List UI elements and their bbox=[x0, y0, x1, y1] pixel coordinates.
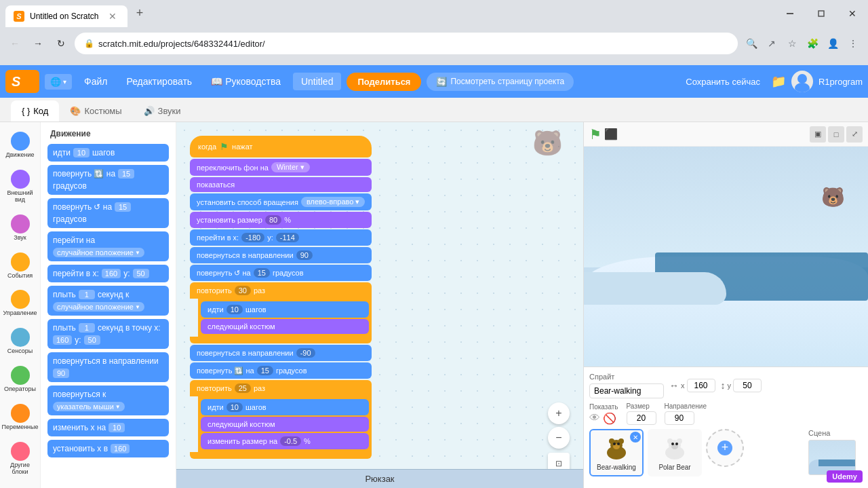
playback-controls: ⚑ ⬛ bbox=[589, 126, 618, 143]
block-glide-to-xy[interactable]: плыть 1 секунд в точку х: 160 у: 50 bbox=[47, 319, 169, 349]
svg-rect-1 bbox=[818, 11, 824, 16]
menu-file[interactable]: Файл bbox=[77, 72, 114, 91]
sprite-item-bear-walking[interactable]: ✕ bbox=[589, 429, 644, 476]
language-button[interactable]: 🌐▾ bbox=[45, 74, 72, 90]
backpack-bar[interactable]: Рюкзак bbox=[176, 469, 583, 488]
block-next-costume-inner1[interactable]: следующий костюм bbox=[201, 319, 369, 334]
show-eye-icon[interactable]: 👁 bbox=[589, 412, 600, 424]
profile-button[interactable]: 👤 bbox=[823, 34, 842, 53]
repeat-block-25[interactable]: повторить 25 раз идти 10 шагов следующий… bbox=[190, 380, 372, 459]
reload-button[interactable]: ↻ bbox=[52, 34, 71, 53]
block-point-direction[interactable]: повернуться в направлении 90 bbox=[47, 352, 169, 382]
block-move-10-inner2[interactable]: идти 10 шагов bbox=[201, 399, 369, 415]
svg-rect-0 bbox=[787, 13, 793, 14]
sprite-info-top: Спрайт ↔ x ↕ y bbox=[589, 373, 762, 398]
sprite-delete-button[interactable]: ✕ bbox=[630, 432, 641, 443]
block-turn-15-code[interactable]: повернуть ↺ на 15 градусов bbox=[190, 265, 372, 281]
block-set-size[interactable]: установить размер 80 % bbox=[190, 212, 372, 228]
save-now-button[interactable]: Сохранить сейчас bbox=[680, 74, 766, 90]
block-set-rotation[interactable]: установить способ вращения влево-вправо … bbox=[190, 193, 372, 210]
zoom-out-button[interactable]: − bbox=[548, 427, 570, 449]
tab-sounds[interactable]: 🔊 Звуки bbox=[133, 100, 192, 121]
folder-button[interactable]: 📁 bbox=[771, 74, 786, 89]
repeat-30-inner: идти 10 шагов следующий костюм bbox=[198, 299, 372, 337]
sprites-section: ✕ bbox=[589, 429, 803, 483]
user-avatar[interactable] bbox=[791, 71, 813, 92]
block-glide-to-random[interactable]: плыть 1 секунд к случайное положение bbox=[47, 286, 169, 316]
tab-close-button[interactable]: ✕ bbox=[106, 10, 119, 23]
block-goto-xy-code[interactable]: перейти в х: -180 у: -114 bbox=[190, 229, 372, 246]
share-page-button[interactable]: ↗ bbox=[762, 34, 781, 53]
category-sound[interactable]: Звук bbox=[1, 210, 39, 246]
address-bar[interactable]: 🔒 scratch.mit.edu/projects/648332441/edi… bbox=[75, 33, 738, 54]
back-button[interactable]: ← bbox=[5, 34, 24, 53]
x-coord-input[interactable] bbox=[687, 379, 715, 392]
block-turn-clockwise[interactable]: повернуть 🔃 на 15 градусов bbox=[47, 165, 169, 195]
block-next-costume-inner2[interactable]: следующий костюм bbox=[201, 417, 369, 432]
zoom-in-button[interactable]: + bbox=[548, 402, 570, 424]
category-events[interactable]: События bbox=[1, 248, 39, 284]
block-change-size[interactable]: изменить размер на -0.5 % bbox=[201, 433, 369, 449]
y-coord-input[interactable] bbox=[733, 379, 762, 392]
block-goto-xy[interactable]: перейти в х: 160 у: 50 bbox=[47, 265, 169, 282]
category-motion[interactable]: Движение bbox=[1, 128, 39, 163]
maximize-button[interactable] bbox=[806, 0, 837, 27]
block-point-towards[interactable]: повернуться к указатель мыши bbox=[47, 386, 169, 415]
small-stage-button[interactable]: ▣ bbox=[810, 126, 826, 143]
tab-code[interactable]: { } Код bbox=[11, 100, 59, 121]
sprite-item-polar-bear[interactable]: Polar Bear bbox=[648, 429, 702, 476]
block-turn-cw-15[interactable]: повернуть 🔃 на 15 градусов bbox=[190, 362, 372, 379]
url-text: scratch.mit.edu/projects/648332441/edito… bbox=[98, 39, 728, 49]
browser-tab[interactable]: S Untitled on Scratch ✕ bbox=[5, 5, 127, 27]
scratch-logo[interactable]: S bbox=[5, 70, 39, 93]
add-sprite-button[interactable]: + bbox=[706, 429, 744, 467]
category-looks[interactable]: Внешний вид bbox=[1, 166, 39, 208]
zoom-controls: + − ⊡ bbox=[548, 402, 570, 474]
block-show[interactable]: показаться bbox=[190, 177, 372, 192]
menu-edit[interactable]: Редактировать bbox=[119, 72, 199, 91]
share-button[interactable]: Поделиться bbox=[347, 73, 421, 91]
block-move-10-inner1[interactable]: идти 10 шагов bbox=[201, 301, 369, 318]
sprite-name-input[interactable] bbox=[589, 383, 664, 398]
project-name-field[interactable]: Untitled bbox=[293, 73, 341, 90]
minimize-button[interactable] bbox=[774, 0, 806, 27]
udemy-badge[interactable]: Udemy bbox=[827, 470, 863, 483]
code-area[interactable]: 🐻 когда ⚑ нажат переключить фон на Winte… bbox=[176, 122, 583, 488]
stop-button[interactable]: ⬛ bbox=[604, 128, 618, 140]
tab-costumes[interactable]: 🎨 Костюмы bbox=[59, 100, 132, 121]
events-dot bbox=[11, 252, 30, 271]
category-sensing[interactable]: Сенсоры bbox=[1, 324, 39, 359]
block-set-x[interactable]: установить х в 160 bbox=[47, 440, 169, 457]
close-button[interactable]: ✕ bbox=[837, 0, 868, 27]
category-my-blocks[interactable]: Другие блоки bbox=[1, 438, 39, 480]
green-flag-button[interactable]: ⚑ bbox=[589, 126, 601, 143]
new-tab-button[interactable]: + bbox=[130, 3, 149, 22]
y-arrow-icon: ↕ bbox=[721, 380, 726, 391]
tab-title: Untitled on Scratch bbox=[30, 12, 100, 21]
category-operators[interactable]: Операторы bbox=[1, 362, 39, 397]
block-move-steps[interactable]: идти 10 шагов bbox=[47, 144, 169, 162]
block-change-x[interactable]: изменить х на 10 bbox=[47, 419, 169, 436]
forward-button[interactable]: → bbox=[28, 34, 47, 53]
block-turn-counterclockwise[interactable]: повернуть ↺ на 15 градусов bbox=[47, 198, 169, 228]
category-sidebar: Движение Внешний вид Звук События Управл… bbox=[0, 122, 41, 488]
view-project-button[interactable]: 🔄 Посмотреть страницу проекта bbox=[427, 73, 574, 91]
menu-button[interactable]: ⋮ bbox=[844, 34, 863, 53]
category-variables[interactable]: Переменные bbox=[1, 400, 39, 435]
large-stage-button[interactable]: □ bbox=[828, 126, 844, 143]
block-point-neg90[interactable]: повернуться в направлении -90 bbox=[190, 345, 372, 361]
fullscreen-button[interactable]: ⤢ bbox=[846, 126, 863, 143]
bookmark-button[interactable]: ☆ bbox=[783, 34, 802, 53]
block-goto-random[interactable]: перейти на случайное положение bbox=[47, 231, 169, 261]
search-button[interactable]: 🔍 bbox=[742, 34, 761, 53]
menu-tutorials[interactable]: 📖 Руководства bbox=[204, 72, 288, 91]
size-input[interactable] bbox=[627, 411, 656, 425]
direction-input[interactable] bbox=[665, 411, 694, 425]
block-when-flag[interactable]: когда ⚑ нажат bbox=[190, 136, 372, 157]
block-switch-backdrop[interactable]: переключить фон на Winter ▾ bbox=[190, 159, 372, 176]
hide-eye-icon[interactable]: 🚫 bbox=[603, 412, 616, 425]
extensions-button[interactable]: 🧩 bbox=[803, 34, 822, 53]
repeat-block-30[interactable]: повторить 30 раз идти 10 шагов следующий… bbox=[190, 282, 372, 343]
block-point-90[interactable]: повернуться в направлении 90 bbox=[190, 247, 372, 263]
category-control[interactable]: Управление bbox=[1, 286, 39, 321]
